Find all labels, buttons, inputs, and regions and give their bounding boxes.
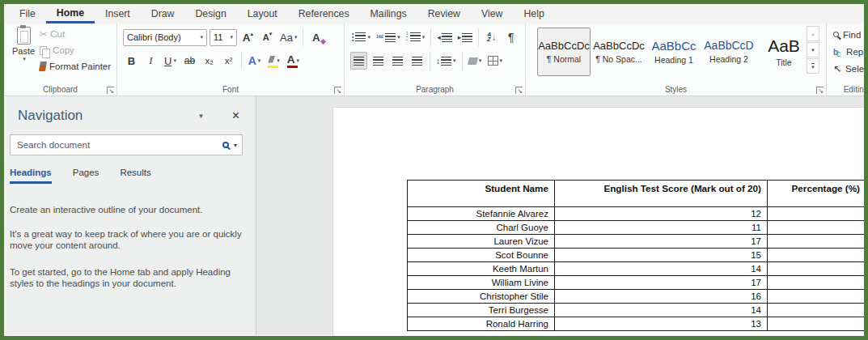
strikethrough-button[interactable]: ab — [181, 52, 198, 70]
document-page[interactable]: Student Name English Test Score (Mark ou… — [332, 107, 864, 335]
decrease-indent-button[interactable]: ◂ — [435, 28, 454, 46]
tab-results[interactable]: Results — [120, 168, 150, 184]
shading-button[interactable]: ▾ — [467, 52, 484, 70]
table-cell[interactable] — [768, 304, 865, 317]
change-case-button[interactable]: Aa ▾ — [278, 28, 299, 46]
table-cell[interactable]: 14 — [555, 262, 768, 276]
increase-indent-button[interactable]: ▸ — [456, 28, 475, 46]
table-cell[interactable]: Ronald Harring — [408, 317, 555, 331]
table-cell[interactable]: 11 — [555, 221, 768, 235]
paste-button[interactable]: Paste ▾ — [9, 27, 38, 77]
tab-review[interactable]: Review — [417, 4, 471, 23]
align-left-button[interactable] — [350, 52, 367, 70]
cut-button[interactable]: ✂ Cut — [40, 26, 111, 42]
subscript-button[interactable]: x₂ — [201, 52, 218, 70]
table-cell[interactable]: Keeth Martun — [408, 262, 555, 276]
table-cell[interactable]: Terri Burgesse — [408, 304, 555, 317]
clipboard-dialog-launcher-icon[interactable]: ↘ — [107, 87, 114, 94]
style-heading-2[interactable]: AaBbCcD Heading 2 — [702, 28, 756, 76]
line-spacing-button[interactable]: ↕ ▾ — [434, 52, 458, 70]
tab-design[interactable]: Design — [184, 4, 236, 23]
italic-button[interactable]: I — [142, 52, 159, 70]
table-cell[interactable]: 12 — [555, 207, 768, 221]
table-header-cell[interactable]: Percentage (%) — [768, 181, 865, 207]
navigation-hint-text: To get started, go to the Home tab and a… — [10, 266, 252, 290]
table-cell[interactable] — [768, 235, 865, 249]
format-painter-button[interactable]: Format Painter — [40, 58, 111, 74]
font-dialog-launcher-icon[interactable]: ↘ — [334, 87, 341, 94]
underline-button[interactable]: U ▾ — [162, 52, 179, 70]
table-cell[interactable] — [768, 262, 865, 276]
borders-button[interactable]: ▾ — [486, 52, 505, 70]
table-cell[interactable]: Stefannie Alvarez — [408, 207, 555, 221]
clear-formatting-button[interactable]: A — [307, 28, 324, 46]
font-size-combo[interactable]: 11 ▾ — [210, 29, 237, 46]
tab-mailings[interactable]: Mailings — [360, 4, 417, 23]
tab-insert[interactable]: Insert — [95, 4, 141, 23]
table-cell[interactable]: 13 — [555, 317, 768, 331]
table-cell[interactable]: 16 — [555, 290, 768, 304]
styles-scroll-up-button[interactable]: ▴ — [807, 26, 819, 41]
select-button[interactable]: ↖ Select — [833, 60, 864, 77]
table-cell[interactable]: William Livine — [408, 276, 555, 290]
tab-help[interactable]: Help — [513, 4, 554, 23]
font-color-button[interactable]: A ▾ — [285, 52, 302, 70]
copy-button[interactable]: Copy — [40, 42, 111, 58]
table-cell[interactable] — [768, 276, 865, 290]
sort-button[interactable]: AZ ↓ — [483, 28, 500, 46]
replace-button[interactable]: bc Replace — [833, 43, 864, 60]
style-normal[interactable]: AaBbCcDc ¶ Normal — [537, 28, 591, 76]
search-options-icon[interactable]: ▾ — [234, 142, 237, 149]
text-effects-button[interactable]: A ▾ — [246, 52, 263, 70]
search-icon[interactable] — [222, 142, 229, 148]
shrink-font-button[interactable]: A ▾ — [259, 28, 276, 46]
align-right-button[interactable] — [389, 52, 406, 70]
paste-dropdown-icon[interactable]: ▾ — [23, 56, 26, 62]
align-center-button[interactable] — [370, 52, 387, 70]
table-cell[interactable]: Scot Bounne — [408, 249, 555, 262]
table-header-cell[interactable]: Student Name — [408, 181, 555, 207]
table-cell[interactable]: 17 — [555, 276, 768, 290]
table-cell[interactable]: Charl Guoye — [408, 221, 555, 235]
table-cell[interactable]: Christopher Stile — [408, 290, 555, 304]
numbered-list-button[interactable]: ▾ — [375, 28, 402, 46]
tab-headings[interactable]: Headings — [10, 168, 52, 184]
table-cell[interactable] — [768, 290, 865, 304]
styles-dialog-launcher-icon[interactable]: ↘ — [816, 87, 824, 94]
style-heading-1[interactable]: AaBbCc Heading 1 — [647, 28, 701, 76]
styles-more-button[interactable]: ▾ — [807, 58, 819, 74]
text-highlight-button[interactable]: ▾ — [265, 52, 282, 70]
tab-home[interactable]: Home — [46, 4, 95, 23]
tab-pages[interactable]: Pages — [73, 168, 100, 184]
table-cell[interactable]: 15 — [555, 249, 768, 262]
styles-scroll-down-button[interactable]: ▾ — [807, 42, 819, 57]
grow-font-button[interactable]: A ▴ — [239, 28, 256, 46]
navigation-options-icon[interactable]: ▾ — [199, 112, 203, 120]
multilevel-list-button[interactable]: ▾ — [404, 28, 427, 46]
justify-button[interactable] — [409, 52, 426, 70]
find-button[interactable]: Find — [833, 26, 864, 43]
table-header-cell[interactable]: English Test Score (Mark out of 20) — [555, 181, 768, 207]
table-cell[interactable]: Lauren Vizue — [408, 235, 555, 249]
table-cell[interactable] — [768, 221, 865, 235]
search-input[interactable] — [17, 140, 222, 150]
table-cell[interactable] — [768, 207, 865, 221]
table-cell[interactable] — [768, 249, 865, 262]
table-cell[interactable] — [768, 317, 865, 331]
style-title[interactable]: AaB Title — [757, 28, 811, 76]
bold-button[interactable]: B — [123, 52, 140, 70]
bullet-list-button[interactable]: ▾ — [350, 28, 372, 46]
font-name-combo[interactable]: Calibri (Body) ▾ — [123, 29, 207, 46]
tab-layout[interactable]: Layout — [237, 4, 288, 23]
table-cell[interactable]: 14 — [555, 304, 768, 317]
tab-draw[interactable]: Draw — [141, 4, 185, 23]
table-cell[interactable]: 17 — [555, 235, 768, 249]
paragraph-dialog-launcher-icon[interactable]: ↘ — [515, 87, 523, 94]
show-paragraph-marks-button[interactable]: ¶ — [502, 28, 519, 46]
superscript-button[interactable]: x² — [220, 52, 237, 70]
style-no-spacing[interactable]: AaBbCcDc ¶ No Spac... — [592, 28, 646, 76]
tab-view[interactable]: View — [471, 4, 513, 23]
close-icon[interactable]: × — [232, 108, 239, 123]
tab-references[interactable]: References — [288, 4, 360, 23]
tab-file[interactable]: File — [9, 4, 46, 23]
